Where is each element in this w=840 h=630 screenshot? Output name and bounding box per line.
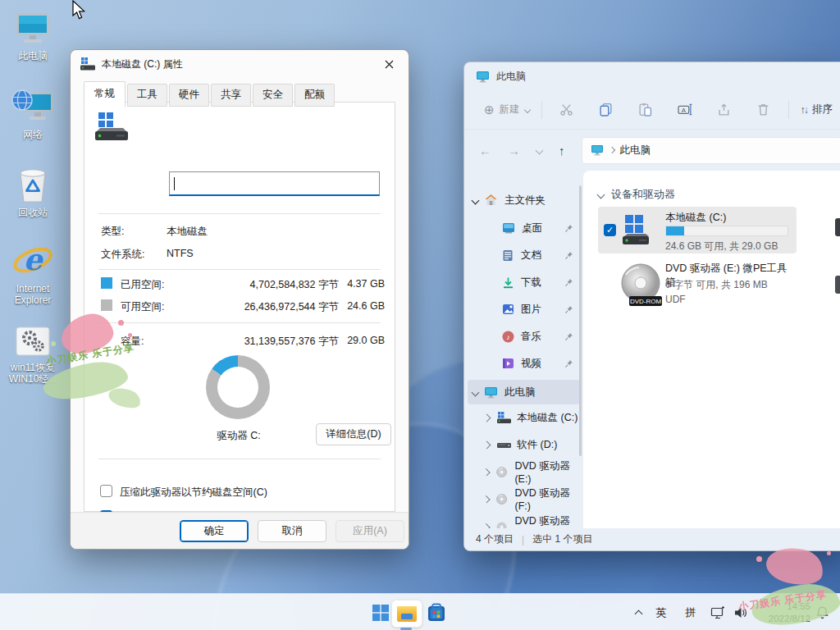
paste-button[interactable] [635, 99, 656, 121]
microsoft-store-button[interactable] [423, 600, 450, 626]
tab-security[interactable]: 安全 [253, 84, 293, 107]
network-icon [1, 89, 65, 126]
explorer-statusbar: 4 个项目 | 选中 1 个项目 [464, 528, 840, 550]
tray-time: 14:55 [787, 600, 810, 613]
compress-checkbox-label: 压缩此驱动器以节约磁盘空间(C) [120, 486, 267, 500]
drive-c-tile[interactable]: ✓ 本地磁盘 (C:) 24.6 GB 可用, 共 29.0 GB [598, 207, 797, 253]
status-divider: | [522, 534, 524, 546]
close-icon [385, 60, 394, 69]
chevron-right-icon[interactable] [482, 468, 490, 475]
ime-pinyin-indicator[interactable]: 拼 [679, 594, 702, 630]
address-bar[interactable]: 此电脑 [582, 137, 840, 164]
dvd-drive-item[interactable]: DVD-ROM DVD 驱动器 (E:) 微PE工具箱 0 字节 可用, 共 1… [598, 259, 797, 310]
desktop-icon-label-line1: win11恢复 [11, 362, 55, 373]
sidebar-item-downloads[interactable]: 下载 [468, 270, 580, 294]
network-tray-button[interactable] [710, 594, 725, 630]
sidebar-item-this-pc[interactable]: 此电脑 [468, 380, 580, 404]
recycle-bin-icon [1, 167, 65, 204]
item-checkbox[interactable]: ✓ [604, 224, 616, 236]
clock-tray[interactable]: 14:55 2022/8/12 [756, 594, 810, 630]
partial-item-icon [835, 218, 840, 236]
pin-icon [564, 224, 573, 233]
tab-hardware[interactable]: 硬件 [169, 84, 209, 107]
dialog-title: 本地磁盘 (C:) 属性 [102, 57, 183, 71]
desktop-icon-recycle-bin[interactable]: 回收站 [1, 167, 65, 218]
chevron-down-icon[interactable] [472, 196, 480, 204]
desktop-icon-network[interactable]: 网络 [1, 89, 65, 140]
back-button[interactable]: ← [479, 144, 491, 158]
volume-tray-button[interactable] [733, 594, 748, 630]
chevron-right-icon[interactable] [483, 413, 491, 422]
this-pc-small-icon [591, 144, 604, 156]
apply-button[interactable]: 应用(A) [336, 520, 404, 542]
divider [98, 269, 381, 270]
start-button[interactable] [368, 600, 394, 626]
details-button[interactable]: 详细信息(D) [316, 423, 391, 445]
cut-button[interactable] [556, 99, 578, 121]
tab-quota[interactable]: 配额 [294, 84, 335, 107]
delete-button[interactable] [753, 99, 774, 121]
sidebar-item-label: 此电脑 [504, 386, 536, 399]
desktop-icon-internet-explorer[interactable]: e Internet Explorer [1, 243, 65, 306]
desktop-icon-label: 网络 [1, 129, 65, 140]
sidebar-item-drive-f[interactable]: DVD 驱动器 (F:) [468, 486, 580, 511]
bell-icon [815, 605, 829, 619]
compress-checkbox[interactable] [100, 485, 112, 497]
explorer-titlebar[interactable]: 此电脑 [464, 62, 840, 90]
volume-label-input[interactable] [169, 171, 380, 196]
sidebar-item-label: 下载 [521, 276, 541, 290]
music-icon: ♪ [502, 331, 514, 343]
sidebar-item-label: 视频 [521, 357, 541, 371]
sidebar-scrollbar[interactable] [579, 185, 582, 456]
explorer-navbar: ← → ↑ 此电脑 [464, 133, 840, 167]
sort-button[interactable]: ↑↓ 排序 [794, 98, 840, 121]
dvd-icon [496, 466, 507, 478]
sidebar-item-drive-d[interactable]: 软件 (D:) [468, 432, 580, 457]
rename-button[interactable]: A [674, 99, 696, 121]
tab-tools[interactable]: 工具 [127, 84, 167, 107]
dialog-titlebar[interactable]: 本地磁盘 (C:) 属性 [71, 50, 409, 78]
cancel-button[interactable]: 取消 [258, 520, 326, 542]
copy-button[interactable] [596, 99, 617, 121]
download-icon [502, 276, 514, 289]
folder-icon [397, 606, 417, 622]
new-button[interactable]: ⊕ 新建 [477, 98, 536, 121]
history-chevron-icon[interactable] [536, 146, 544, 154]
notifications-tray-button[interactable] [815, 594, 829, 630]
ime-pinyin-label: 拼 [686, 605, 696, 620]
drive-c-usage-bar [665, 226, 788, 236]
forward-button[interactable]: → [508, 144, 520, 158]
breadcrumb-root[interactable]: 此电脑 [620, 144, 651, 158]
chevron-right-icon[interactable] [482, 495, 490, 502]
file-explorer-button[interactable] [391, 600, 422, 628]
sidebar-item-drive-c[interactable]: 本地磁盘 (C:) [468, 405, 580, 430]
desktop-icon-label: 此电脑 [1, 50, 65, 62]
share-button[interactable] [714, 99, 735, 121]
desktop-icon-this-pc[interactable]: 此电脑 [1, 10, 65, 62]
sidebar-item-music[interactable]: ♪ 音乐 [468, 324, 580, 349]
sidebar-item-pictures[interactable]: 图片 [468, 297, 580, 322]
sidebar-item-videos[interactable]: 视频 [468, 351, 580, 376]
tab-sharing[interactable]: 共享 [211, 84, 251, 107]
dvd-filesystem: UDF [665, 294, 686, 305]
sidebar-item-desktop[interactable]: 桌面 [468, 216, 580, 240]
tab-general[interactable]: 常规 [84, 81, 126, 107]
status-selected-count: 选中 1 个项目 [532, 532, 592, 546]
desktop-icon-win11-restore[interactable]: win11恢复 WIN10经... [1, 322, 65, 385]
tray-chevron[interactable] [628, 594, 648, 630]
capacity-label: 容量: [121, 335, 144, 349]
dvd-disc-icon: DVD-ROM [619, 262, 662, 307]
sidebar-item-drive-e[interactable]: DVD 驱动器 (E:) [468, 459, 580, 484]
up-button[interactable]: ↑ [559, 144, 565, 158]
ok-button[interactable]: 确定 [180, 520, 249, 542]
section-header-devices[interactable]: 设备和驱动器 [598, 187, 675, 202]
sidebar-item-documents[interactable]: 文档 [468, 243, 580, 267]
svg-text:e: e [24, 242, 44, 276]
close-button[interactable] [372, 52, 405, 76]
ime-english-indicator[interactable]: 英 [650, 594, 673, 630]
chevron-down-icon[interactable] [472, 388, 480, 396]
chevron-right-icon[interactable] [483, 441, 491, 449]
pin-icon [564, 332, 573, 341]
sidebar-item-home[interactable]: 主文件夹 [468, 188, 580, 212]
divider [98, 459, 381, 459]
